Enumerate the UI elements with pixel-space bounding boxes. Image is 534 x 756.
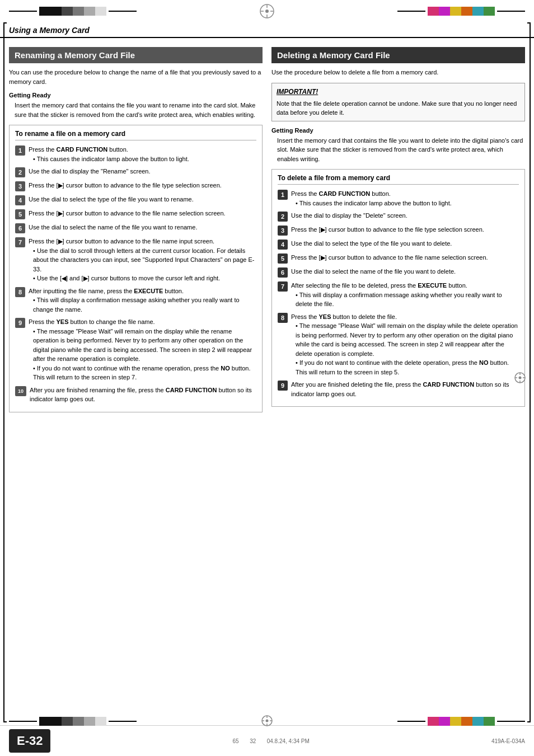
rename-step-1-content: Press the CARD FUNCTION button. This cau… (29, 145, 256, 163)
rename-step-2: 2 Use the dial to display the "Rename" s… (15, 167, 256, 177)
delete-getting-ready-label: Getting Ready (271, 127, 525, 134)
footer-page-ref: 65 (233, 738, 239, 744)
delete-step-7-content: After selecting the file to be deleted, … (291, 281, 519, 309)
rename-step-7-bullet-2: Use the [◀] and [▶] cursor buttons to mo… (33, 274, 256, 283)
svg-point-13 (266, 720, 269, 722)
important-text: Note that the file delete operation cann… (277, 99, 520, 118)
delete-intro: Use the procedure below to delete a file… (271, 68, 525, 77)
delete-steps-title: To delete a file from a memory card (278, 174, 519, 185)
rename-step-10: 10 After you are finished renaming the f… (15, 386, 256, 404)
rename-getting-ready-label: Getting Ready (9, 92, 263, 98)
rename-step-8: 8 After inputting the file name, press t… (15, 287, 256, 314)
delete-step-6-content: Use the dial to select the name of the f… (291, 267, 519, 276)
delete-step-2-content: Use the dial to display the "Delete" scr… (291, 211, 519, 220)
rename-step-7-num: 7 (15, 237, 25, 247)
delete-step-8: 8 Press the YES button to delete the fil… (278, 312, 519, 377)
delete-step-6-num: 6 (278, 267, 288, 278)
page-title: Using a Memory Card (9, 26, 90, 35)
rename-step-4-num: 4 (15, 195, 25, 205)
rename-step-9-bullet-1: The message "Please Wait" will remain on… (33, 327, 256, 364)
rename-step-7-bullet-1: Use the dial to scroll through letters a… (33, 246, 256, 274)
mid-compass-right (514, 372, 526, 385)
bottom-compass (261, 715, 273, 728)
rename-step-4-content: Use the dial to select the type of the f… (29, 195, 256, 204)
page-number-badge: E-32 (9, 729, 50, 753)
delete-step-3: 3 Press the [▶] cursor button to advance… (278, 225, 519, 236)
delete-step-8-content: Press the YES button to delete the file.… (291, 312, 519, 377)
rename-step-4: 4 Use the dial to select the type of the… (15, 195, 256, 205)
rename-step-3-content: Press the [▶] cursor button to advance t… (29, 181, 256, 190)
delete-section-header: Deleting a Memory Card File (271, 47, 525, 63)
right-column: Deleting a Memory Card File Use the proc… (271, 47, 525, 418)
bottom-area: E-32 65 32 04.8.24, 4:34 PM 419A-E-034A (0, 725, 534, 756)
main-content: Renaming a Memory Card File You can use … (0, 47, 534, 418)
rename-step-6-content: Use the dial to select the name of the f… (29, 223, 256, 232)
footer-page-num: 32 (250, 738, 256, 744)
delete-step-6: 6 Use the dial to select the name of the… (278, 267, 519, 278)
rename-step-10-content: After you are finished renaming the file… (30, 386, 256, 404)
delete-step-1: 1 Press the CARD FUNCTION button. This c… (278, 189, 519, 208)
rename-intro: You can use the procedure below to chang… (9, 68, 263, 86)
rename-getting-ready-text: Insert the memory card that contains the… (9, 101, 263, 119)
footer-ref: 419A-E-034A (491, 738, 525, 744)
delete-step-2-num: 2 (278, 212, 288, 222)
delete-step-5-num: 5 (278, 253, 288, 264)
rename-step-6-num: 6 (15, 223, 25, 233)
rename-step-9-content: Press the YES button to change the file … (29, 317, 256, 382)
delete-step-8-bullet-2: If you do not want to continue with the … (296, 358, 519, 377)
delete-step-1-content: Press the CARD FUNCTION button. This cau… (291, 189, 519, 208)
rename-step-5-content: Press the [▶] cursor button to advance t… (29, 209, 256, 218)
footer-center: 65 32 04.8.24, 4:34 PM (233, 738, 310, 744)
delete-step-8-bullet-1: The message "Please Wait" will remain on… (296, 321, 519, 358)
rename-step-1-bullet-1: This causes the indicator lamp above the… (33, 154, 256, 164)
delete-step-4-num: 4 (278, 240, 288, 250)
page-title-area: Using a Memory Card (0, 19, 534, 38)
rename-step-5-num: 5 (15, 209, 25, 219)
delete-step-4-content: Use the dial to select the type of the f… (291, 239, 519, 248)
delete-step-5: 5 Press the [▶] cursor button to advance… (278, 253, 519, 264)
delete-step-7-bullet-1: This will display a confirmation message… (296, 290, 519, 309)
svg-point-1 (265, 10, 269, 13)
compass-icon (259, 3, 275, 19)
delete-step-3-content: Press the [▶] cursor button to advance t… (291, 225, 519, 234)
rename-step-5: 5 Press the [▶] cursor button to advance… (15, 209, 256, 219)
delete-step-8-num: 8 (278, 313, 288, 323)
rename-step-6: 6 Use the dial to select the name of the… (15, 223, 256, 233)
delete-step-9-num: 9 (278, 381, 288, 391)
important-box: IMPORTANT! Note that the file delete ope… (271, 83, 525, 121)
delete-step-1-num: 1 (278, 190, 288, 200)
footer-date: 04.8.24, 4:34 PM (267, 738, 310, 744)
bottom-decoration (0, 715, 534, 728)
rename-step-9: 9 Press the YES button to change the fil… (15, 317, 256, 382)
rename-step-3: 3 Press the [▶] cursor button to advance… (15, 181, 256, 191)
rename-step-9-bullet-2: If you do not want to continue with the … (33, 364, 256, 382)
rename-step-8-bullet-1: This will display a confirmation message… (33, 295, 256, 314)
delete-step-7: 7 After selecting the file to be deleted… (278, 281, 519, 309)
rename-step-1-num: 1 (15, 145, 25, 156)
rename-step-1: 1 Press the CARD FUNCTION button. This c… (15, 145, 256, 163)
rename-step-2-content: Use the dial to display the "Rename" scr… (29, 167, 256, 176)
delete-step-5-content: Press the [▶] cursor button to advance t… (291, 253, 519, 262)
delete-step-9-content: After you are finished deleting the file… (291, 380, 519, 398)
svg-point-7 (519, 376, 522, 379)
delete-step-1-bullet-1: This causes the indicator lamp above the… (296, 199, 519, 208)
rename-step-7-content: Press the [▶] cursor button to advance t… (29, 237, 256, 283)
rename-step-8-num: 8 (15, 287, 25, 297)
rename-step-10-num: 10 (15, 386, 26, 396)
delete-step-7-num: 7 (278, 281, 288, 292)
rename-step-9-num: 9 (15, 318, 25, 328)
rename-steps-title: To rename a file on a memory card (15, 130, 256, 140)
important-label: IMPORTANT! (277, 87, 520, 97)
rename-step-2-num: 2 (15, 167, 25, 177)
rename-step-3-num: 3 (15, 181, 25, 191)
left-column: Renaming a Memory Card File You can use … (9, 47, 263, 418)
rename-step-8-content: After inputting the file name, press the… (29, 287, 256, 314)
rename-section-header: Renaming a Memory Card File (9, 47, 263, 63)
delete-step-3-num: 3 (278, 226, 288, 236)
delete-step-9: 9 After you are finished deleting the fi… (278, 380, 519, 398)
delete-getting-ready-text: Insert the memory card that contains the… (271, 136, 525, 164)
delete-step-2: 2 Use the dial to display the "Delete" s… (278, 211, 519, 222)
rename-step-7: 7 Press the [▶] cursor button to advance… (15, 237, 256, 283)
delete-steps-box: To delete a file from a memory card 1 Pr… (271, 169, 525, 407)
delete-step-4: 4 Use the dial to select the type of the… (278, 239, 519, 250)
